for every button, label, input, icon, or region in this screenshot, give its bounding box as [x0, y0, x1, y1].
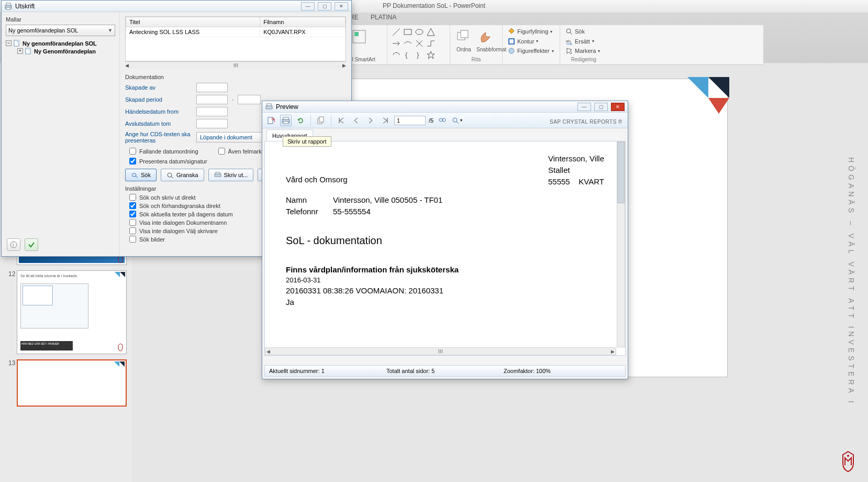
print-tooltip: Skriv ut rapport	[283, 136, 331, 147]
preview-statusbar: Aktuellt sidnummer: 1 Totalt antal sidor…	[264, 365, 626, 377]
svg-rect-39	[267, 104, 271, 106]
print-button[interactable]	[280, 115, 292, 126]
status-current-page: Aktuellt sidnummer: 1	[269, 368, 386, 374]
printer-icon	[5, 3, 12, 10]
svg-rect-24	[6, 7, 10, 9]
handelsedatum-label: Händelsedatum from	[125, 108, 192, 115]
col-titel[interactable]: Titel	[126, 17, 260, 27]
presentera-checkbox[interactable]	[129, 158, 136, 165]
prev-page-button[interactable]	[350, 115, 362, 126]
page-number-input[interactable]: 1	[394, 116, 426, 125]
slide-thumbnail-selected[interactable]	[17, 359, 127, 407]
inst-cb3[interactable]	[129, 211, 136, 217]
inst-cb2[interactable]	[129, 202, 136, 209]
export-button[interactable]	[265, 115, 277, 126]
tree-collapse-icon[interactable]: −	[6, 40, 12, 46]
utskrift-titlebar[interactable]: Utskrift — ▢ ✕	[2, 1, 351, 12]
minimize-button[interactable]: —	[301, 2, 315, 10]
vertical-scrollbar[interactable]	[617, 141, 625, 347]
status-total-pages: Totalt antal sidor: 5	[386, 368, 504, 374]
chevron-down-icon: ▼	[108, 28, 113, 33]
svg-point-17	[847, 455, 849, 457]
report-page: Vård och Omsorg Vintersson, Ville Stalle…	[264, 141, 626, 356]
skapad-period-to[interactable]	[238, 95, 261, 104]
snabbformat-button[interactable]	[476, 27, 495, 46]
preview-titlebar[interactable]: Preview — ▢ ✕	[262, 101, 628, 113]
col-filnamn[interactable]: Filnamn	[260, 17, 346, 27]
svg-rect-40	[268, 117, 273, 124]
skapad-period-label: Skapad period	[125, 96, 192, 103]
tree-item[interactable]: − Ny genomförandeplan SOL	[6, 39, 115, 47]
close-button[interactable]: ✕	[611, 103, 625, 111]
markera-menu[interactable]: Markera▾	[564, 47, 601, 55]
copy-button[interactable]	[315, 115, 327, 126]
slide-decoration	[687, 77, 729, 119]
svg-point-47	[442, 118, 446, 122]
maximize-button[interactable]: ▢	[318, 2, 331, 10]
svg-point-33	[168, 173, 172, 177]
handelsedatum-input[interactable]	[196, 107, 228, 116]
first-page-button[interactable]	[336, 115, 347, 126]
svg-rect-35	[215, 174, 221, 177]
powerpoint-title: PP Dokumentation SoL - PowerPoint	[383, 2, 485, 9]
ribbon-tab[interactable]: PLATINA	[371, 14, 396, 21]
skrivut-button[interactable]: Skriv ut...	[208, 169, 254, 181]
accept-button[interactable]	[25, 238, 38, 251]
minimize-button[interactable]: —	[577, 103, 591, 111]
shapes-gallery[interactable]: { }	[392, 27, 446, 60]
inst-cb1[interactable]	[129, 194, 136, 201]
figurfyllning-menu[interactable]: Figurfyllning▾	[507, 27, 553, 36]
table-row[interactable]: Anteckning SOL LSS LASSKQ0JVANT.RPX	[126, 27, 346, 37]
answer: Ja	[286, 297, 604, 308]
svg-text:{: {	[405, 51, 408, 59]
utskrift-title: Utskrift	[15, 3, 35, 10]
page-total: /5	[429, 117, 433, 124]
granska-button[interactable]: Granska	[161, 169, 204, 181]
inst-cb5[interactable]	[129, 227, 136, 234]
svg-rect-38	[266, 106, 272, 109]
ribbon-btn-smartart[interactable]: ill SmartArt	[350, 57, 383, 62]
recipient-street: Stallet	[548, 165, 604, 176]
zoom-button[interactable]: ▾	[451, 115, 463, 126]
inst-cb6[interactable]	[129, 236, 136, 243]
kontur-menu[interactable]: Kontur▾	[507, 37, 539, 46]
ersatt-menu[interactable]: abErsätt▾	[564, 37, 595, 46]
inst-cb4[interactable]	[129, 219, 136, 226]
slide-thumbnail[interactable]: Se till att bilda rutorna är i bockade. …	[17, 270, 127, 354]
printer-icon	[265, 103, 273, 111]
aven-checkbox[interactable]	[218, 148, 225, 155]
namn-value: Vintersson, Ville 050505 - TF01	[333, 194, 442, 206]
namn-label: Namn	[286, 194, 333, 206]
document-grid[interactable]: TitelFilnamn Anteckning SOL LSS LASSKQ0J…	[125, 16, 346, 61]
info-button[interactable]: i	[7, 238, 20, 251]
tree-expand-icon[interactable]: +	[17, 48, 23, 54]
find-button[interactable]	[437, 115, 448, 126]
next-page-button[interactable]	[365, 115, 376, 126]
skapade-av-input[interactable]	[196, 83, 228, 92]
cds-dropdown[interactable]: Löpande i dokument	[196, 132, 264, 143]
last-page-button[interactable]	[380, 115, 391, 126]
sok-button[interactable]: Sök	[125, 169, 157, 181]
slide-thumbnail-panel: 12 Se till att bilda rutorna är i bockad…	[0, 246, 132, 482]
mallar-tree[interactable]: − Ny genomförandeplan SOL + Ny Genomföra…	[6, 39, 115, 55]
maximize-button[interactable]: ▢	[594, 103, 608, 111]
mallar-combo[interactable]: Ny genomförandeplan SOL▼	[6, 25, 115, 36]
slide-logo	[838, 450, 859, 474]
skapade-av-label: Skapade av	[125, 84, 192, 91]
horizontal-scrollbar[interactable]: ◀ⅠⅠⅠ▶	[125, 61, 346, 69]
tree-item[interactable]: + Ny Genomförandeplan	[6, 47, 115, 55]
sok-menu[interactable]: Sök	[564, 27, 586, 36]
figureffekter-menu[interactable]: Figureffekter▾	[507, 47, 555, 55]
horizontal-scrollbar[interactable]: ◀ⅠⅠⅠ▶	[265, 347, 616, 355]
close-button[interactable]: ✕	[335, 2, 348, 10]
skapad-period-from[interactable]	[196, 95, 228, 104]
dept: Vård och Omsorg	[286, 175, 348, 184]
recipient-city: KVART	[578, 177, 604, 186]
fallande-checkbox[interactable]	[129, 148, 136, 155]
cds-label: Ange hur CDS-texten ska presenteras	[125, 131, 192, 144]
avslutsdatum-input[interactable]	[196, 119, 228, 128]
slide-number: 12	[8, 270, 15, 278]
refresh-button[interactable]	[295, 115, 306, 126]
powerpoint-ribbon: ill SmartArt { } Ordna Snabbfo	[346, 25, 763, 65]
ordna-button[interactable]	[454, 27, 473, 46]
